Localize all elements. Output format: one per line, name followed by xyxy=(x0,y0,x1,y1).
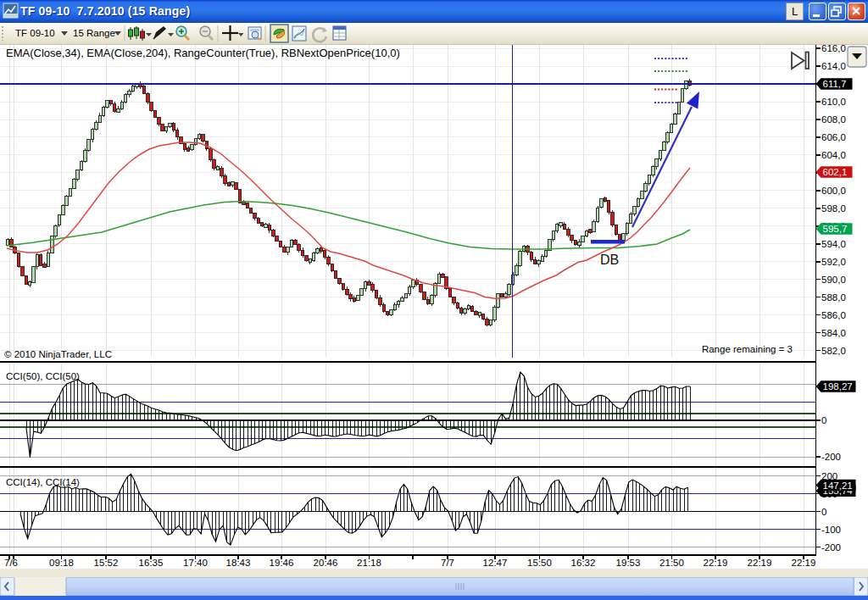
svg-text:09:18: 09:18 xyxy=(49,558,74,568)
svg-text:7/6: 7/6 xyxy=(4,558,18,568)
svg-text:588,0: 588,0 xyxy=(821,292,846,303)
svg-text:147,21: 147,21 xyxy=(823,481,853,491)
svg-text:610,0: 610,0 xyxy=(821,97,846,107)
svg-text:16:35: 16:35 xyxy=(139,558,164,568)
svg-text:582,0: 582,0 xyxy=(821,346,846,356)
svg-text:17:40: 17:40 xyxy=(183,558,208,568)
svg-text:590,0: 590,0 xyxy=(821,275,846,285)
svg-text:15:50: 15:50 xyxy=(527,558,552,568)
svg-text:19:53: 19:53 xyxy=(616,558,641,568)
svg-text:600,0: 600,0 xyxy=(821,186,846,196)
svg-text:611,7: 611,7 xyxy=(823,79,847,89)
svg-text:595,7: 595,7 xyxy=(823,224,848,234)
svg-text:602,1: 602,1 xyxy=(823,167,848,177)
svg-text:198,27: 198,27 xyxy=(823,381,853,392)
svg-text:TF 09-10: TF 09-10 xyxy=(15,28,55,38)
svg-text:200: 200 xyxy=(821,471,837,481)
svg-text:18:43: 18:43 xyxy=(226,558,251,568)
svg-text:CCI(14), CCI(14): CCI(14), CCI(14) xyxy=(6,477,80,487)
svg-text:© 2010 NinjaTrader, LLC: © 2010 NinjaTrader, LLC xyxy=(4,349,112,359)
svg-text:606,0: 606,0 xyxy=(821,132,846,142)
svg-text:22:19: 22:19 xyxy=(704,558,728,568)
svg-text:20:46: 20:46 xyxy=(314,558,338,568)
svg-text:592,0: 592,0 xyxy=(821,257,846,267)
svg-text:0: 0 xyxy=(821,415,826,425)
svg-text:22:19: 22:19 xyxy=(792,558,816,568)
svg-text:Range remaining = 3: Range remaining = 3 xyxy=(702,344,793,354)
svg-text:12:47: 12:47 xyxy=(483,558,508,568)
svg-text:594,0: 594,0 xyxy=(821,239,846,249)
svg-text:21:50: 21:50 xyxy=(659,558,684,568)
svg-text:604,0: 604,0 xyxy=(821,150,846,160)
svg-text:0: 0 xyxy=(821,507,826,517)
svg-text:7/7: 7/7 xyxy=(441,558,454,568)
svg-text:598,0: 598,0 xyxy=(821,203,846,214)
svg-text:584,0: 584,0 xyxy=(821,328,846,338)
svg-text:-200: -200 xyxy=(821,452,841,462)
svg-text:19:46: 19:46 xyxy=(270,558,294,568)
svg-text:15 Range: 15 Range xyxy=(73,28,115,38)
svg-text:16:32: 16:32 xyxy=(571,558,596,568)
svg-text:EMA(Close,34), EMA(Close,204),: EMA(Close,34), EMA(Close,204), RangeCoun… xyxy=(6,47,400,59)
svg-text:22:19: 22:19 xyxy=(748,558,772,568)
svg-text:-200: -200 xyxy=(821,542,841,553)
svg-text:15:52: 15:52 xyxy=(94,558,119,568)
svg-text:608,0: 608,0 xyxy=(821,114,846,125)
svg-text:CCI(50), CCI(50): CCI(50), CCI(50) xyxy=(6,371,80,381)
svg-text:21:18: 21:18 xyxy=(357,558,381,568)
svg-text:-100: -100 xyxy=(821,525,841,535)
svg-text:DB: DB xyxy=(600,253,619,267)
svg-text:614,0: 614,0 xyxy=(821,61,846,71)
svg-text:586,0: 586,0 xyxy=(821,310,846,320)
